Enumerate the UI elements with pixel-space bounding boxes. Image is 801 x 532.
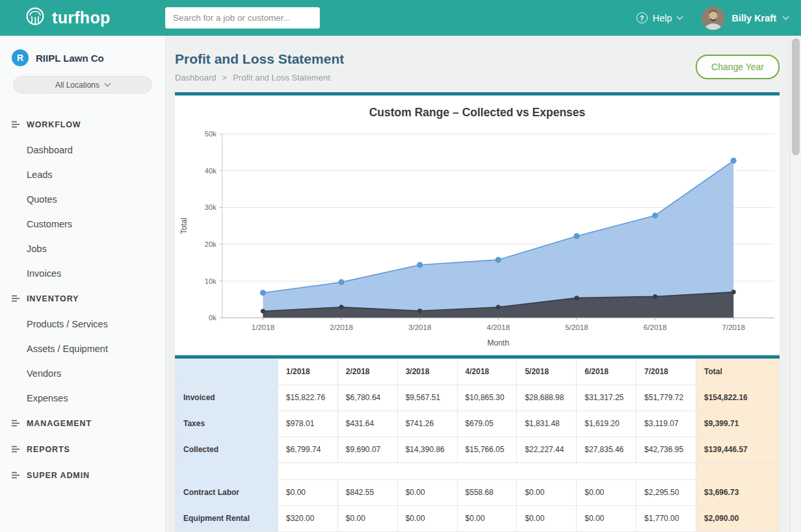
row-label: Taxes [176, 411, 278, 437]
cell: $139,446.57 [696, 437, 780, 462]
location-selector[interactable]: All Locations [13, 76, 152, 94]
topbar: turfhop ? Help Billy Kraft [0, 0, 801, 36]
col-header-3-2018: 3/2018 [397, 359, 457, 385]
cell [278, 462, 338, 479]
location-label: All Locations [55, 81, 99, 90]
row-label: Collected [176, 437, 278, 462]
data-point-expenses [261, 309, 265, 314]
cell: $2,295.50 [637, 479, 696, 505]
svg-text:50k: 50k [205, 130, 217, 138]
cell: $558.68 [457, 479, 517, 505]
sidebar-section-label: WORKFLOW [27, 120, 81, 129]
cell: $9,399.71 [696, 411, 780, 437]
sidebar-nav: WORKFLOWDashboardLeadsQuotesCustomersJob… [0, 112, 165, 488]
company-name: RIIPL Lawn Co [36, 53, 104, 64]
svg-text:2/2018: 2/2018 [330, 323, 353, 331]
cell [517, 462, 577, 479]
sidebar: R RIIPL Lawn Co All Locations WORKFLOWDa… [0, 36, 166, 532]
sidebar-item-assets-equipment[interactable]: Assets / Equipment [0, 336, 165, 361]
scrollbar-thumb[interactable] [792, 38, 800, 155]
sidebar-item-invoices[interactable]: Invoices [0, 261, 165, 286]
help-menu[interactable]: ? Help [637, 12, 682, 23]
chevron-down-icon [783, 14, 789, 20]
cell: $0.00 [397, 479, 457, 505]
tree-icon [12, 418, 20, 429]
chart-card: Custom Range – Collected vs Expenses 0k1… [175, 92, 780, 354]
tree-icon [12, 470, 20, 481]
cell: $1,770.00 [637, 505, 696, 531]
cell: $42,736.95 [637, 437, 696, 462]
search-input[interactable] [165, 7, 320, 29]
sidebar-section-management[interactable]: MANAGEMENT [0, 411, 165, 437]
svg-text:1/2018: 1/2018 [252, 323, 275, 331]
page-body: R RIIPL Lawn Co All Locations WORKFLOWDa… [0, 36, 801, 532]
cell: $741.26 [397, 411, 457, 437]
table-row-invoiced: Invoiced$15,822.76$6,780.64$9,567.51$10,… [176, 385, 780, 411]
table-card: 1/20182/20183/20184/20185/20186/20187/20… [175, 355, 780, 532]
svg-text:0k: 0k [209, 314, 217, 322]
sidebar-section-inventory[interactable]: INVENTORY [0, 286, 165, 312]
tree-icon [12, 293, 20, 305]
cell: $320.00 [278, 505, 338, 531]
cell: $9,690.07 [337, 437, 397, 462]
svg-text:4/2018: 4/2018 [487, 323, 510, 331]
sidebar-item-vendors[interactable]: Vendors [0, 361, 165, 386]
cell: $6,780.64 [337, 385, 397, 411]
cell [397, 462, 457, 479]
main-content: Profit and Loss Statement Dashboard>Prof… [166, 36, 801, 532]
table-row-collected: Collected$6,799.74$9,690.07$14,390.86$15… [176, 437, 780, 462]
brand-name: turfhop [52, 8, 111, 27]
change-year-button[interactable]: Change Year [696, 55, 780, 79]
sidebar-section-label: SUPER ADMIN [27, 471, 90, 480]
cell: $22,227.44 [517, 437, 577, 462]
card-accent-bar [175, 92, 780, 95]
cell: $15,766.05 [457, 437, 517, 462]
table-spacer-row [176, 462, 780, 479]
page-scrollbar[interactable] [790, 36, 801, 532]
sidebar-item-dashboard[interactable]: Dashboard [0, 138, 165, 162]
cell: $0.00 [577, 479, 637, 505]
user-name: Billy Kraft [732, 13, 777, 23]
svg-text:5/2018: 5/2018 [565, 323, 588, 331]
sidebar-item-quotes[interactable]: Quotes [0, 187, 165, 212]
cell: $0.00 [337, 505, 397, 531]
col-header-2-2018: 2/2018 [337, 359, 397, 385]
sidebar-section-workflow[interactable]: WORKFLOW [0, 112, 165, 138]
svg-text:Month: Month [488, 338, 510, 348]
data-point-expenses [574, 296, 579, 300]
breadcrumb-separator: > [222, 73, 228, 82]
data-point-collected [417, 262, 423, 268]
sidebar-section-reports[interactable]: REPORTS [0, 437, 165, 462]
data-point-collected [652, 212, 658, 218]
user-menu[interactable]: Billy Kraft [702, 6, 789, 30]
chevron-down-icon [105, 81, 111, 87]
col-header-blank [176, 359, 278, 385]
svg-text:20k: 20k [205, 240, 217, 248]
breadcrumb-dashboard[interactable]: Dashboard [175, 73, 217, 82]
cell: $0.00 [397, 505, 457, 531]
page-header: Profit and Loss Statement Dashboard>Prof… [175, 51, 780, 82]
cell: $0.00 [278, 479, 338, 505]
data-point-collected [731, 158, 737, 164]
cell: $9,567.51 [397, 385, 457, 411]
row-label: Contract Labor [176, 479, 278, 505]
company-header: R RIIPL Lawn Co [0, 49, 165, 75]
sidebar-item-leads[interactable]: Leads [0, 162, 165, 187]
cell: $3,119.07 [637, 411, 696, 437]
sidebar-item-jobs[interactable]: Jobs [0, 236, 165, 261]
cell: $31,317.25 [577, 385, 637, 411]
cell: $0.00 [517, 479, 577, 505]
cell: $6,799.74 [278, 437, 338, 462]
sidebar-item-expenses[interactable]: Expenses [0, 386, 165, 411]
sidebar-item-products-services[interactable]: Products / Services [0, 312, 165, 336]
row-label: Equipment Rental [176, 505, 278, 531]
row-label [176, 462, 278, 479]
sidebar-section-super-admin[interactable]: SUPER ADMIN [0, 462, 165, 488]
data-point-expenses [339, 305, 344, 309]
cell: $15,822.76 [278, 385, 338, 411]
col-header-1-2018: 1/2018 [278, 359, 338, 385]
col-header-5-2018: 5/2018 [517, 359, 577, 385]
data-point-expenses [417, 309, 422, 313]
sidebar-item-customers[interactable]: Customers [0, 212, 165, 236]
table-row-equipment-rental: Equipment Rental$320.00$0.00$0.00$0.00$0… [176, 505, 780, 531]
